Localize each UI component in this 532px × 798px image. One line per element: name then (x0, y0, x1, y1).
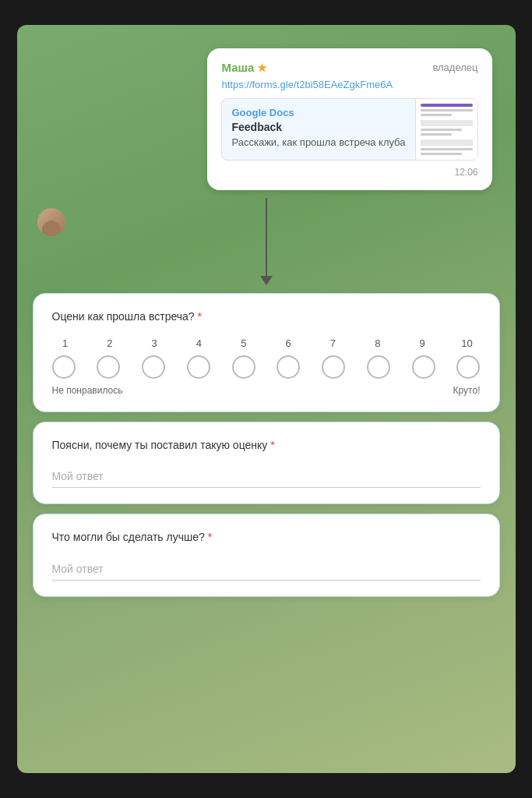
rating-label-left: Не понравилось (52, 385, 123, 396)
rating-circle-5[interactable] (232, 355, 255, 379)
rating-circles[interactable] (52, 355, 481, 379)
message-time: 12:06 (221, 167, 477, 178)
preview-description: Расскажи, как прошла встреча клуба (231, 136, 405, 150)
sender-text: Маша (221, 61, 254, 74)
form-card-q3: Что могли бы сделать лучше? * (33, 514, 500, 597)
avatar-body (42, 221, 61, 236)
rating-circle-4[interactable] (187, 355, 210, 379)
thumb-rect-1 (421, 120, 473, 126)
rating-number-8: 8 (365, 337, 391, 349)
arrow-line (266, 198, 267, 276)
form-card-q2: Поясни, почему ты поставил такую оценку … (33, 422, 500, 505)
rating-numbers: 12345678910 (52, 337, 481, 349)
rating-number-7: 7 (319, 337, 346, 349)
text-input-area-3 (52, 558, 481, 581)
rating-circle-7[interactable] (322, 355, 345, 379)
question-2-label: Поясни, почему ты поставил такую оценку … (52, 438, 481, 454)
screen: Маша ★ владелец https://forms.gle/t2bi58… (17, 25, 516, 773)
preview-title: Feedback (231, 121, 405, 133)
message-bubble: Маша ★ владелец https://forms.gle/t2bi58… (207, 48, 491, 190)
rating-circle-6[interactable] (277, 355, 300, 379)
rating-number-1: 1 (52, 337, 79, 349)
rating-number-6: 6 (275, 337, 301, 349)
rating-number-3: 3 (141, 337, 167, 349)
star-icon: ★ (257, 62, 267, 74)
rating-number-9: 9 (409, 337, 435, 349)
preview-thumbnail (415, 99, 477, 160)
thumb-line-6 (421, 153, 463, 155)
rating-scale: 12345678910 Не понравилось Круто! (52, 337, 481, 396)
rating-circle-2[interactable] (97, 355, 120, 379)
sender-name: Маша ★ (221, 61, 267, 74)
form-container: Оцени как прошла встреча? * 12345678910 … (33, 293, 500, 597)
required-star-2: * (267, 439, 274, 451)
question-3-label: Что могли бы сделать лучше? * (52, 530, 481, 546)
text-input-q2[interactable] (52, 465, 481, 488)
owner-badge: владелец (432, 62, 477, 73)
rating-number-2: 2 (97, 337, 123, 349)
preview-content: Google Docs Feedback Расскажи, как прошл… (222, 99, 414, 160)
thumb-line-4 (421, 133, 452, 136)
thumb-rect-2 (421, 139, 473, 146)
thumb-line-2 (421, 114, 452, 116)
rating-number-5: 5 (231, 337, 257, 349)
text-input-area-2 (52, 465, 481, 488)
message-link[interactable]: https://forms.gle/t2bi58EAeZgkFme6A (221, 79, 477, 90)
required-star-3: * (205, 531, 212, 543)
rating-circle-1[interactable] (52, 355, 76, 379)
arrow-head (260, 276, 273, 285)
avatar-area (37, 208, 65, 236)
text-input-q3[interactable] (52, 558, 481, 581)
rating-circle-9[interactable] (412, 355, 435, 379)
preview-source: Google Docs (231, 107, 405, 118)
avatar (37, 208, 65, 236)
message-area: Маша ★ владелец https://forms.gle/t2bi58… (33, 48, 500, 190)
required-star-1: * (195, 310, 202, 323)
rating-circle-8[interactable] (367, 355, 390, 379)
message-header: Маша ★ владелец (221, 61, 477, 74)
preview-card[interactable]: Google Docs Feedback Расскажи, как прошл… (221, 98, 477, 161)
thumb-bar-accent (421, 104, 473, 107)
rating-circle-10[interactable] (456, 355, 480, 379)
rating-number-4: 4 (185, 337, 212, 349)
thumb-line-5 (421, 148, 473, 150)
thumb-line-3 (421, 129, 463, 131)
thumb-line-1 (421, 109, 473, 111)
question-1-label: Оцени как прошла встреча? * (52, 309, 481, 325)
form-card-rating: Оцени как прошла встреча? * 12345678910 … (33, 293, 500, 412)
arrow-container (260, 198, 273, 285)
rating-circle-3[interactable] (142, 355, 165, 379)
rating-label-right: Круто! (453, 385, 481, 396)
rating-labels: Не понравилось Круто! (52, 385, 481, 396)
rating-number-10: 10 (453, 337, 480, 349)
